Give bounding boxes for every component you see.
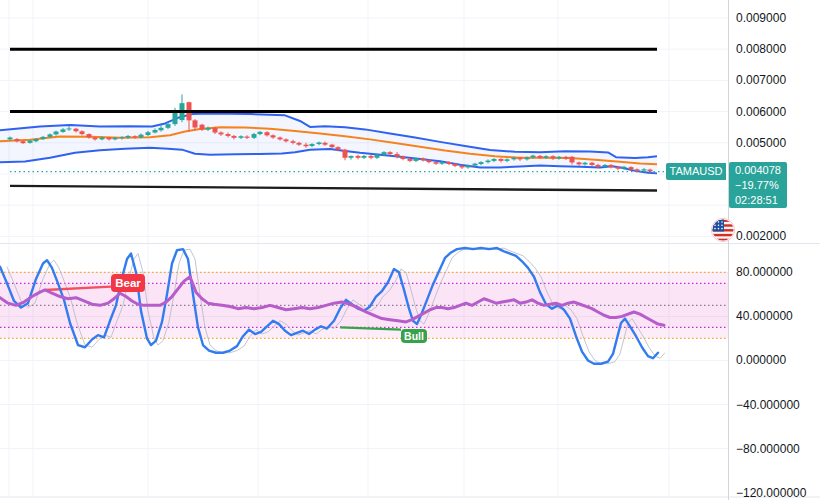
candle-body [166,124,171,128]
candle-body [408,159,413,161]
candle-body [15,139,20,141]
candle-body [375,155,380,158]
oscillator-tick-label: −120.000000 [736,486,806,500]
bar-countdown-timer: 02:28:51 [735,193,787,208]
candle-body [226,134,231,136]
candle-body [278,137,283,139]
candle-body [512,158,517,160]
candle-body [265,132,270,135]
candle-body [583,163,588,165]
candle-body [8,137,13,139]
candle-body [61,129,66,131]
candle-body [80,131,85,134]
candle-body [126,136,131,138]
trading-chart-app: TAMAUSD 0.004078 −19.77% 02:28:51 Bear B… [0,0,820,500]
candle-body [310,144,315,146]
oscillator-tick-label: −40.000000 [736,398,800,412]
candle-body [349,156,354,158]
candle-body [531,156,536,158]
price-tick-label: 0.006000 [736,105,786,119]
candle-body [100,137,105,139]
last-price-axis-badge: 0.004078 −19.77% 02:28:51 [729,162,787,208]
price-change-percent: −19.77% [735,178,787,193]
candle-body [460,166,465,168]
candle-body [28,141,33,143]
candle-body [518,158,523,160]
candle-body [492,159,497,161]
candle-body [570,157,575,163]
oscillator-tick-label: 0.000000 [736,353,786,367]
candle-body [139,135,144,137]
candle-body [245,137,250,138]
candle-body [54,132,59,135]
candle-body [232,136,237,138]
price-tick-label: 0.008000 [736,42,786,56]
candle-body [330,145,335,147]
candle-body [219,133,224,135]
oscillator-tick-label: 40.000000 [736,309,793,323]
candle-body [395,154,400,156]
candle-body [603,165,608,167]
candle-body [544,156,549,158]
candle-body [291,141,296,143]
candle-body [466,166,471,168]
last-price-value: 0.004078 [735,163,787,178]
candle-body [453,164,458,166]
candle-body [206,128,211,130]
candle-body [67,128,72,129]
candle-body [388,152,393,154]
candle-body [21,141,26,143]
candle-body [590,163,595,165]
candle-body [336,147,341,149]
candle-body [252,134,257,138]
candle-body [609,165,614,167]
candle-body [473,164,478,166]
price-tick-label: 0.007000 [736,73,786,87]
candle-body [113,138,118,140]
candle-body [317,142,322,144]
candle-body [538,156,543,158]
candle-body [284,139,289,141]
candle-body [479,162,484,164]
candle-body [414,158,419,160]
candle-body [499,159,504,161]
candle-body [382,152,387,154]
chart-canvas[interactable] [0,0,820,500]
candle-body [159,128,164,130]
candle-body [133,136,138,137]
candle-body [505,159,510,161]
bull-divergence-badge: Bull [401,329,427,343]
price-level-line-sloped [10,186,657,191]
candle-body [421,158,426,160]
symbol-price-line-label: TAMAUSD [666,163,726,180]
candle-body [401,157,406,159]
oscillator-tick-label: −80.000000 [736,442,800,456]
candle-body [577,162,582,164]
candle-body [629,167,634,169]
candle-body [557,157,562,159]
candle-body [271,135,276,137]
candle-body [486,161,491,163]
candle-body [48,134,53,136]
price-tick-label: 0.009000 [736,11,786,25]
candle-body [642,169,647,170]
candle-body [297,143,302,145]
candle-body [304,145,309,147]
candle-body [41,137,46,139]
candle-body [200,125,205,130]
candle-body [362,156,367,158]
us-flag-icon [710,217,736,243]
price-tick-label: 0.002000 [736,229,786,243]
candle-body [635,169,640,171]
candle-body [434,162,439,164]
candle-body [551,156,556,158]
candle-body [258,132,263,134]
candle-body [239,136,244,138]
candle-body [525,157,530,159]
price-tick-label: 0.005000 [736,136,786,150]
candle-body [323,143,328,145]
candle-body [447,162,452,164]
bear-divergence-badge: Bear [111,274,145,292]
candle-body [93,137,98,139]
candle-body [107,137,112,139]
